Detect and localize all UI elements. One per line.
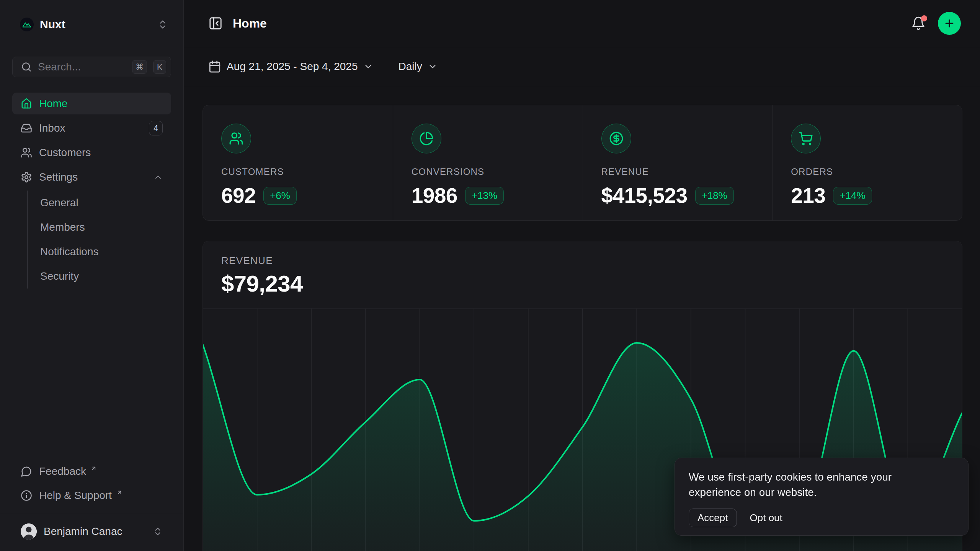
sidebar-item-label: Help & Support	[39, 489, 112, 502]
granularity-select[interactable]: Daily	[399, 60, 438, 73]
add-button[interactable]	[938, 12, 961, 35]
chart-label: REVENUE	[221, 255, 944, 267]
sidebar-item-notifications[interactable]: Notifications	[40, 240, 171, 264]
cookie-message: We use first-party cookies to enhance yo…	[689, 469, 911, 500]
sidebar-item-help-support[interactable]: Help & Support	[12, 484, 171, 506]
stat-delta-badge: +13%	[465, 187, 504, 205]
stat-conversions[interactable]: CONVERSIONS 1986 +13%	[393, 105, 583, 220]
users-icon	[221, 124, 251, 153]
external-link-icon	[116, 489, 122, 496]
stats-card: CUSTOMERS 692 +6% CONVERSIONS 1986 +13%	[203, 105, 962, 221]
external-link-icon	[91, 465, 97, 471]
accept-cookies-button[interactable]: Accept	[689, 509, 737, 527]
stat-value: 1986	[412, 183, 457, 208]
chevron-up-icon	[154, 173, 163, 182]
cookie-banner: We use first-party cookies to enhance yo…	[675, 458, 969, 536]
sidebar-item-label: Customers	[39, 147, 91, 159]
search-icon	[21, 62, 32, 72]
gear-icon	[21, 171, 32, 183]
search-bar[interactable]: ⌘ K	[12, 57, 171, 77]
workspace-selector[interactable]: Nuxt	[12, 16, 171, 33]
stat-value: $415,523	[601, 183, 688, 208]
stat-delta-badge: +18%	[695, 187, 734, 205]
stat-value: 213	[791, 183, 825, 208]
sidebar-item-label: Feedback	[39, 465, 86, 478]
sidebar-footer: Feedback Help & Support	[12, 460, 171, 509]
avatar	[21, 523, 37, 540]
sidebar-item-customers[interactable]: Customers	[12, 142, 171, 163]
sidebar-item-inbox[interactable]: Inbox 4	[12, 117, 171, 139]
granularity-value: Daily	[399, 60, 422, 73]
sidebar-item-settings[interactable]: Settings	[12, 166, 171, 188]
date-range-picker[interactable]: Aug 21, 2025 - Sep 4, 2025	[208, 60, 373, 73]
plus-icon	[944, 18, 955, 29]
inbox-count-badge: 4	[149, 121, 163, 135]
stat-revenue[interactable]: REVENUE $415,523 +18%	[583, 105, 773, 220]
notifications-button[interactable]	[911, 16, 926, 31]
sidebar-item-home[interactable]: Home	[12, 93, 171, 114]
settings-children: General Members Notifications Security	[27, 191, 171, 289]
notification-dot	[921, 15, 927, 21]
users-icon	[21, 147, 32, 158]
sidebar-item-label: Settings	[39, 171, 78, 183]
info-circle-icon	[21, 490, 32, 501]
stat-value: 692	[221, 183, 256, 208]
stat-delta-badge: +6%	[263, 187, 297, 205]
sidebar-item-security[interactable]: Security	[40, 264, 171, 289]
inbox-icon	[21, 122, 32, 134]
house-icon	[21, 98, 32, 109]
chevron-down-icon	[428, 62, 438, 72]
shopping-cart-icon	[791, 124, 821, 153]
collapse-sidebar-button[interactable]	[208, 16, 223, 31]
chevrons-up-down-icon	[157, 19, 168, 30]
optout-cookies-button[interactable]: Opt out	[750, 509, 782, 527]
user-menu[interactable]: Benjamin Canac	[12, 514, 171, 551]
stat-label: ORDERS	[791, 166, 962, 177]
stat-customers[interactable]: CUSTOMERS 692 +6%	[203, 105, 393, 220]
stat-label: CUSTOMERS	[221, 166, 393, 177]
stat-label: CONVERSIONS	[412, 166, 583, 177]
stat-label: REVENUE	[601, 166, 773, 177]
sidebar-item-general[interactable]: General	[40, 191, 171, 215]
calendar-icon	[208, 60, 221, 73]
search-input[interactable]	[38, 61, 126, 73]
workspace-name: Nuxt	[40, 18, 65, 31]
sidebar: Nuxt ⌘ K Home Inbox 4	[0, 0, 184, 551]
filters-bar: Aug 21, 2025 - Sep 4, 2025 Daily	[184, 47, 980, 86]
nuxt-logo-icon	[20, 18, 34, 31]
sidebar-item-members[interactable]: Members	[40, 215, 171, 240]
sidebar-item-label: Home	[39, 98, 68, 110]
kbd-cmd: ⌘	[132, 60, 147, 74]
sidebar-nav: Home Inbox 4 Customers Settings Ge	[12, 93, 171, 291]
sidebar-item-label: Inbox	[39, 122, 65, 134]
stat-delta-badge: +14%	[833, 187, 872, 205]
stat-orders[interactable]: ORDERS 213 +14%	[772, 105, 962, 220]
circle-dollar-sign-icon	[601, 124, 631, 153]
date-range-value: Aug 21, 2025 - Sep 4, 2025	[227, 60, 358, 73]
user-name: Benjamin Canac	[44, 525, 122, 538]
message-circle-icon	[21, 466, 32, 477]
chevron-down-icon	[363, 62, 373, 72]
kbd-k: K	[153, 60, 166, 74]
page-title: Home	[233, 16, 267, 31]
chart-pie-icon	[412, 124, 441, 153]
chart-total-value: $79,234	[221, 271, 944, 297]
chevrons-up-down-icon	[153, 527, 163, 536]
sidebar-item-feedback[interactable]: Feedback	[12, 460, 171, 482]
header: Home	[184, 0, 980, 47]
